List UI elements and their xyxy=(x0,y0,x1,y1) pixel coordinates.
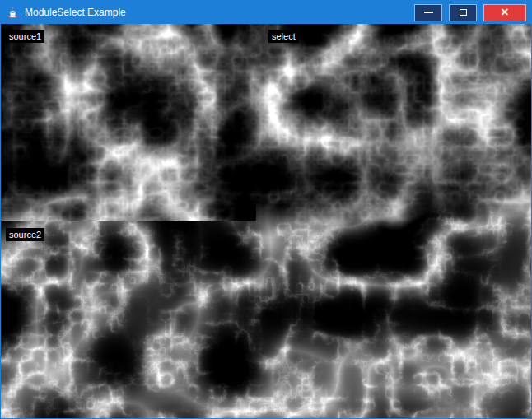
window-controls: × xyxy=(414,4,531,21)
app-window: ModuleSelect Example × source1 select so… xyxy=(0,0,532,419)
titlebar[interactable]: ModuleSelect Example × xyxy=(1,1,531,24)
close-icon: × xyxy=(501,6,508,19)
source1-label: source1 xyxy=(6,30,44,43)
minimize-icon xyxy=(424,12,433,13)
source1-noise-image xyxy=(1,24,256,221)
select-label: select xyxy=(268,30,299,43)
window-title: ModuleSelect Example xyxy=(25,7,126,18)
close-button[interactable]: × xyxy=(483,4,526,21)
minimize-button[interactable] xyxy=(414,4,442,21)
maximize-icon xyxy=(460,9,467,16)
maximize-button[interactable] xyxy=(449,4,477,21)
java-icon xyxy=(6,6,20,20)
source2-noise-image xyxy=(1,221,256,418)
source2-label: source2 xyxy=(6,228,44,241)
client-area: source1 select source2 xyxy=(1,24,531,418)
